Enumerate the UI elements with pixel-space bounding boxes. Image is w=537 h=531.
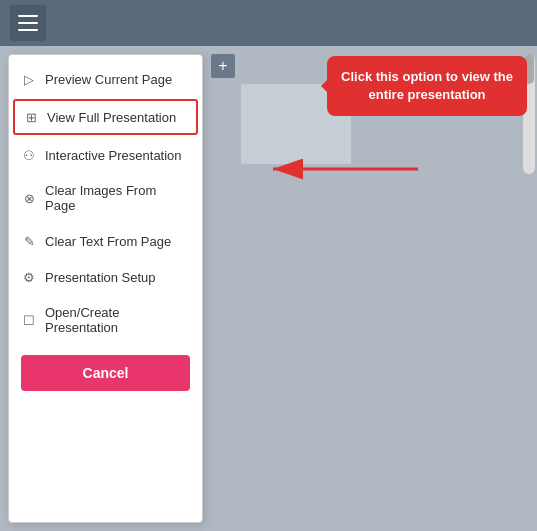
- callout-text: Click this option to view the entire pre…: [341, 69, 513, 102]
- hamburger-line-1: [18, 15, 38, 17]
- setup-icon: ⚙: [21, 269, 37, 285]
- callout-tooltip: Click this option to view the entire pre…: [327, 56, 527, 116]
- menu-item-clear-text[interactable]: ✎ Clear Text From Page: [9, 223, 202, 259]
- open-create-icon: ☐: [21, 312, 37, 328]
- main-area: ▷ Preview Current Page ⊞ View Full Prese…: [0, 46, 537, 531]
- menu-item-label: Presentation Setup: [45, 270, 156, 285]
- menu-item-presentation-setup[interactable]: ⚙ Presentation Setup: [9, 259, 202, 295]
- hamburger-button[interactable]: [10, 5, 46, 41]
- clear-text-icon: ✎: [21, 233, 37, 249]
- cancel-button[interactable]: Cancel: [21, 355, 190, 391]
- menu-item-label: Interactive Presentation: [45, 148, 182, 163]
- menu-item-label: Clear Images From Page: [45, 183, 190, 213]
- view-full-icon: ⊞: [23, 109, 39, 125]
- hamburger-line-2: [18, 22, 38, 24]
- menu-item-clear-images[interactable]: ⊗ Clear Images From Page: [9, 173, 202, 223]
- interactive-icon: ⚇: [21, 147, 37, 163]
- menu-item-open-create[interactable]: ☐ Open/Create Presentation: [9, 295, 202, 345]
- preview-icon: ▷: [21, 71, 37, 87]
- arrow-indicator: [263, 154, 423, 184]
- plus-button[interactable]: +: [211, 54, 235, 78]
- right-area: + Click this option to view the entire p…: [203, 46, 537, 531]
- menu-item-label: Preview Current Page: [45, 72, 172, 87]
- clear-images-icon: ⊗: [21, 190, 37, 206]
- top-bar: [0, 0, 537, 46]
- menu-item-preview-current-page[interactable]: ▷ Preview Current Page: [9, 61, 202, 97]
- dropdown-panel: ▷ Preview Current Page ⊞ View Full Prese…: [8, 54, 203, 523]
- menu-item-view-full-presentation[interactable]: ⊞ View Full Presentation: [13, 99, 198, 135]
- hamburger-line-3: [18, 29, 38, 31]
- menu-item-interactive-presentation[interactable]: ⚇ Interactive Presentation: [9, 137, 202, 173]
- menu-item-label: Clear Text From Page: [45, 234, 171, 249]
- menu-item-label: View Full Presentation: [47, 110, 176, 125]
- menu-item-label: Open/Create Presentation: [45, 305, 190, 335]
